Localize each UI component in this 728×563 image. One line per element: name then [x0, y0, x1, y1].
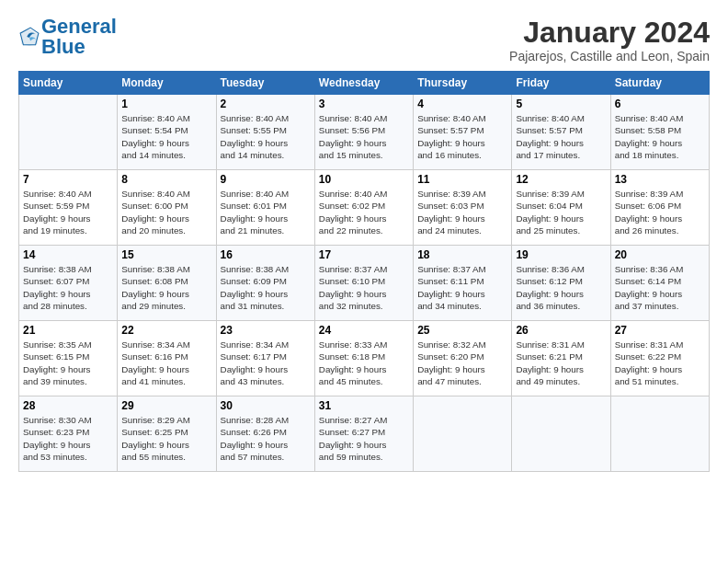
day-number: 26 — [516, 324, 606, 337]
day-number: 31 — [319, 399, 409, 412]
day-number: 21 — [23, 324, 113, 337]
weekday-header-wednesday: Wednesday — [314, 72, 413, 95]
calendar-cell: 4Sunrise: 8:40 AM Sunset: 5:57 PM Daylig… — [414, 95, 512, 170]
location-subtitle: Pajarejos, Castille and Leon, Spain — [509, 49, 710, 63]
weekday-header-sunday: Sunday — [19, 72, 118, 95]
calendar-cell — [414, 396, 512, 472]
day-info: Sunrise: 8:38 AM Sunset: 6:07 PM Dayligh… — [23, 263, 113, 312]
day-info: Sunrise: 8:40 AM Sunset: 5:58 PM Dayligh… — [615, 112, 705, 161]
day-info: Sunrise: 8:40 AM Sunset: 6:00 PM Dayligh… — [121, 188, 211, 236]
calendar-cell: 14Sunrise: 8:38 AM Sunset: 6:07 PM Dayli… — [19, 246, 118, 321]
month-title: January 2024 — [509, 17, 710, 49]
calendar-cell: 9Sunrise: 8:40 AM Sunset: 6:01 PM Daylig… — [216, 170, 314, 246]
day-number: 13 — [615, 173, 705, 186]
day-number: 12 — [516, 173, 606, 186]
day-info: Sunrise: 8:40 AM Sunset: 6:02 PM Dayligh… — [319, 188, 409, 236]
day-info: Sunrise: 8:40 AM Sunset: 5:54 PM Dayligh… — [121, 112, 211, 161]
calendar-cell: 26Sunrise: 8:31 AM Sunset: 6:21 PM Dayli… — [512, 321, 610, 396]
day-info: Sunrise: 8:33 AM Sunset: 6:18 PM Dayligh… — [319, 339, 409, 387]
calendar-week-row: 7Sunrise: 8:40 AM Sunset: 5:59 PM Daylig… — [19, 170, 710, 246]
calendar-cell: 5Sunrise: 8:40 AM Sunset: 5:57 PM Daylig… — [512, 95, 610, 170]
logo: General Blue — [18, 17, 117, 57]
day-number: 29 — [121, 399, 211, 412]
calendar-cell: 20Sunrise: 8:36 AM Sunset: 6:14 PM Dayli… — [610, 246, 709, 321]
calendar-week-row: 21Sunrise: 8:35 AM Sunset: 6:15 PM Dayli… — [19, 321, 710, 396]
weekday-header-friday: Friday — [512, 72, 610, 95]
calendar-cell: 21Sunrise: 8:35 AM Sunset: 6:15 PM Dayli… — [19, 321, 118, 396]
day-number: 18 — [417, 248, 507, 261]
day-info: Sunrise: 8:31 AM Sunset: 6:21 PM Dayligh… — [516, 339, 606, 387]
calendar-cell: 23Sunrise: 8:34 AM Sunset: 6:17 PM Dayli… — [216, 321, 314, 396]
day-number: 8 — [121, 173, 211, 186]
calendar-week-row: 1Sunrise: 8:40 AM Sunset: 5:54 PM Daylig… — [19, 95, 710, 170]
day-info: Sunrise: 8:35 AM Sunset: 6:15 PM Dayligh… — [23, 339, 113, 387]
calendar-cell: 10Sunrise: 8:40 AM Sunset: 6:02 PM Dayli… — [314, 170, 413, 246]
calendar-cell: 12Sunrise: 8:39 AM Sunset: 6:04 PM Dayli… — [512, 170, 610, 246]
calendar-cell: 31Sunrise: 8:27 AM Sunset: 6:27 PM Dayli… — [314, 396, 413, 472]
day-number: 9 — [221, 173, 311, 186]
weekday-header-tuesday: Tuesday — [216, 72, 314, 95]
logo-blue: Blue — [41, 35, 85, 58]
day-info: Sunrise: 8:37 AM Sunset: 6:10 PM Dayligh… — [319, 263, 409, 312]
header: General Blue January 2024 Pajarejos, Cas… — [18, 17, 710, 63]
day-number: 20 — [615, 248, 705, 261]
day-info: Sunrise: 8:36 AM Sunset: 6:12 PM Dayligh… — [516, 263, 606, 312]
day-number: 16 — [221, 248, 311, 261]
day-number: 24 — [319, 324, 409, 337]
day-number: 19 — [516, 248, 606, 261]
calendar-cell — [512, 396, 610, 472]
calendar-cell: 3Sunrise: 8:40 AM Sunset: 5:56 PM Daylig… — [314, 95, 413, 170]
day-info: Sunrise: 8:32 AM Sunset: 6:20 PM Dayligh… — [417, 339, 507, 387]
calendar-cell: 11Sunrise: 8:39 AM Sunset: 6:03 PM Dayli… — [414, 170, 512, 246]
weekday-header-monday: Monday — [118, 72, 216, 95]
day-number: 5 — [516, 98, 606, 110]
day-number: 3 — [319, 98, 409, 110]
day-number: 30 — [221, 399, 311, 412]
calendar-cell: 29Sunrise: 8:29 AM Sunset: 6:25 PM Dayli… — [118, 396, 216, 472]
day-number: 1 — [121, 98, 211, 110]
calendar-cell: 27Sunrise: 8:31 AM Sunset: 6:22 PM Dayli… — [610, 321, 709, 396]
day-number: 14 — [23, 248, 113, 261]
day-info: Sunrise: 8:39 AM Sunset: 6:04 PM Dayligh… — [516, 188, 606, 236]
day-info: Sunrise: 8:27 AM Sunset: 6:27 PM Dayligh… — [319, 414, 409, 463]
weekday-header-thursday: Thursday — [414, 72, 512, 95]
calendar-cell: 19Sunrise: 8:36 AM Sunset: 6:12 PM Dayli… — [512, 246, 610, 321]
day-info: Sunrise: 8:38 AM Sunset: 6:08 PM Dayligh… — [121, 263, 211, 312]
day-number: 10 — [319, 173, 409, 186]
day-info: Sunrise: 8:40 AM Sunset: 5:57 PM Dayligh… — [516, 112, 606, 161]
day-info: Sunrise: 8:29 AM Sunset: 6:25 PM Dayligh… — [121, 414, 211, 463]
calendar-cell: 6Sunrise: 8:40 AM Sunset: 5:58 PM Daylig… — [610, 95, 709, 170]
day-number: 7 — [23, 173, 113, 186]
logo-text: General Blue — [41, 17, 117, 57]
day-info: Sunrise: 8:39 AM Sunset: 6:03 PM Dayligh… — [417, 188, 507, 236]
calendar-cell: 28Sunrise: 8:30 AM Sunset: 6:23 PM Dayli… — [19, 396, 118, 472]
day-info: Sunrise: 8:37 AM Sunset: 6:11 PM Dayligh… — [417, 263, 507, 312]
day-number: 28 — [23, 399, 113, 412]
weekday-header-row: SundayMondayTuesdayWednesdayThursdayFrid… — [19, 72, 710, 95]
calendar-cell: 2Sunrise: 8:40 AM Sunset: 5:55 PM Daylig… — [216, 95, 314, 170]
day-info: Sunrise: 8:28 AM Sunset: 6:26 PM Dayligh… — [221, 414, 311, 463]
calendar-cell: 25Sunrise: 8:32 AM Sunset: 6:20 PM Dayli… — [414, 321, 512, 396]
day-number: 17 — [319, 248, 409, 261]
day-info: Sunrise: 8:30 AM Sunset: 6:23 PM Dayligh… — [23, 414, 113, 463]
day-info: Sunrise: 8:31 AM Sunset: 6:22 PM Dayligh… — [615, 339, 705, 387]
day-number: 4 — [417, 98, 507, 110]
page: General Blue January 2024 Pajarejos, Cas… — [0, 0, 728, 481]
day-number: 6 — [615, 98, 705, 110]
calendar-cell: 16Sunrise: 8:38 AM Sunset: 6:09 PM Dayli… — [216, 246, 314, 321]
calendar-cell: 1Sunrise: 8:40 AM Sunset: 5:54 PM Daylig… — [118, 95, 216, 170]
day-number: 27 — [615, 324, 705, 337]
day-number: 2 — [221, 98, 311, 110]
calendar-cell: 15Sunrise: 8:38 AM Sunset: 6:08 PM Dayli… — [118, 246, 216, 321]
calendar-cell: 18Sunrise: 8:37 AM Sunset: 6:11 PM Dayli… — [414, 246, 512, 321]
day-info: Sunrise: 8:40 AM Sunset: 6:01 PM Dayligh… — [221, 188, 311, 236]
day-number: 11 — [417, 173, 507, 186]
calendar-cell: 22Sunrise: 8:34 AM Sunset: 6:16 PM Dayli… — [118, 321, 216, 396]
day-info: Sunrise: 8:40 AM Sunset: 5:59 PM Dayligh… — [23, 188, 113, 236]
title-area: January 2024 Pajarejos, Castille and Leo… — [509, 17, 710, 63]
weekday-header-saturday: Saturday — [610, 72, 709, 95]
day-number: 25 — [417, 324, 507, 337]
day-info: Sunrise: 8:40 AM Sunset: 5:55 PM Dayligh… — [221, 112, 311, 161]
calendar-cell: 7Sunrise: 8:40 AM Sunset: 5:59 PM Daylig… — [19, 170, 118, 246]
calendar-cell: 17Sunrise: 8:37 AM Sunset: 6:10 PM Dayli… — [314, 246, 413, 321]
